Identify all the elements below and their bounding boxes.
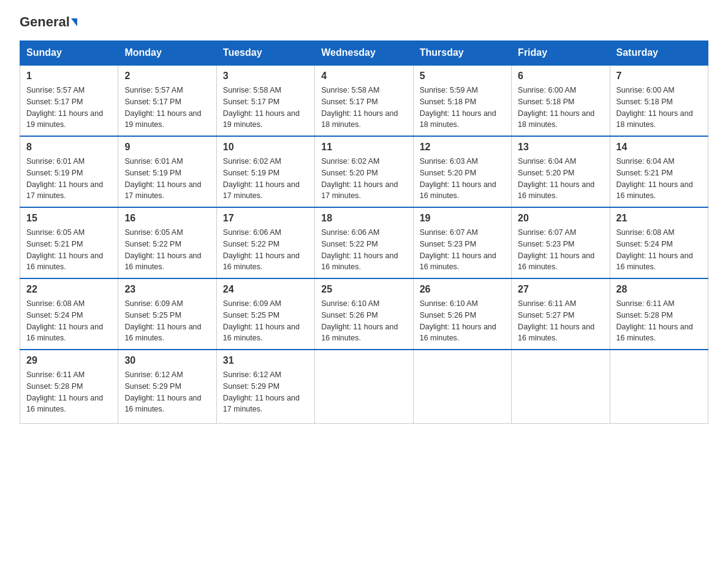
calendar-week-row: 15Sunrise: 6:05 AMSunset: 5:21 PMDayligh… — [20, 207, 708, 278]
page-header: General — [20, 15, 708, 29]
day-info: Sunrise: 6:05 AMSunset: 5:22 PMDaylight:… — [124, 227, 210, 273]
calendar-day-cell: 31Sunrise: 6:12 AMSunset: 5:29 PMDayligh… — [216, 350, 314, 423]
calendar-day-cell: 10Sunrise: 6:02 AMSunset: 5:19 PMDayligh… — [216, 136, 314, 207]
day-number: 5 — [420, 71, 505, 82]
day-number: 21 — [616, 213, 702, 224]
calendar-day-cell: 20Sunrise: 6:07 AMSunset: 5:23 PMDayligh… — [512, 207, 610, 278]
day-number: 30 — [124, 355, 210, 366]
calendar-day-cell: 26Sunrise: 6:10 AMSunset: 5:26 PMDayligh… — [413, 278, 511, 350]
weekday-header-tuesday: Tuesday — [216, 41, 314, 66]
day-info: Sunrise: 6:12 AMSunset: 5:29 PMDaylight:… — [124, 369, 210, 415]
calendar-day-cell: 30Sunrise: 6:12 AMSunset: 5:29 PMDayligh… — [118, 350, 216, 423]
calendar-day-cell: 27Sunrise: 6:11 AMSunset: 5:27 PMDayligh… — [512, 278, 610, 350]
logo: General — [20, 15, 77, 29]
calendar-day-cell: 1Sunrise: 5:57 AMSunset: 5:17 PMDaylight… — [20, 65, 118, 136]
day-info: Sunrise: 6:10 AMSunset: 5:26 PMDaylight:… — [420, 298, 505, 344]
day-info: Sunrise: 6:06 AMSunset: 5:22 PMDaylight:… — [223, 227, 308, 273]
day-info: Sunrise: 6:07 AMSunset: 5:23 PMDaylight:… — [518, 227, 603, 273]
weekday-header-friday: Friday — [512, 41, 610, 66]
calendar-day-cell: 3Sunrise: 5:58 AMSunset: 5:17 PMDaylight… — [216, 65, 314, 136]
day-info: Sunrise: 6:08 AMSunset: 5:24 PMDaylight:… — [26, 298, 112, 344]
calendar-day-cell: 29Sunrise: 6:11 AMSunset: 5:28 PMDayligh… — [20, 350, 118, 423]
calendar-day-cell: 6Sunrise: 6:00 AMSunset: 5:18 PMDaylight… — [512, 65, 610, 136]
calendar-day-cell: 23Sunrise: 6:09 AMSunset: 5:25 PMDayligh… — [118, 278, 216, 350]
day-info: Sunrise: 6:09 AMSunset: 5:25 PMDaylight:… — [124, 298, 210, 344]
day-number: 31 — [223, 355, 308, 366]
calendar-day-cell: 17Sunrise: 6:06 AMSunset: 5:22 PMDayligh… — [216, 207, 314, 278]
day-info: Sunrise: 6:00 AMSunset: 5:18 PMDaylight:… — [616, 85, 702, 131]
logo-arrow-icon — [71, 18, 77, 26]
day-info: Sunrise: 5:58 AMSunset: 5:17 PMDaylight:… — [321, 85, 406, 131]
day-number: 28 — [616, 284, 702, 295]
day-info: Sunrise: 6:07 AMSunset: 5:23 PMDaylight:… — [420, 227, 505, 273]
day-info: Sunrise: 6:00 AMSunset: 5:18 PMDaylight:… — [518, 85, 603, 131]
calendar-day-cell: 28Sunrise: 6:11 AMSunset: 5:28 PMDayligh… — [610, 278, 708, 350]
day-number: 15 — [26, 213, 112, 224]
calendar-empty-cell — [315, 350, 413, 423]
calendar-day-cell: 14Sunrise: 6:04 AMSunset: 5:21 PMDayligh… — [610, 136, 708, 207]
day-number: 12 — [420, 142, 505, 153]
calendar-week-row: 22Sunrise: 6:08 AMSunset: 5:24 PMDayligh… — [20, 278, 708, 350]
day-info: Sunrise: 6:09 AMSunset: 5:25 PMDaylight:… — [223, 298, 308, 344]
day-number: 11 — [321, 142, 406, 153]
day-number: 18 — [321, 213, 406, 224]
day-info: Sunrise: 6:01 AMSunset: 5:19 PMDaylight:… — [26, 156, 112, 202]
day-number: 10 — [223, 142, 308, 153]
weekday-header-row: SundayMondayTuesdayWednesdayThursdayFrid… — [20, 41, 708, 66]
calendar-day-cell: 21Sunrise: 6:08 AMSunset: 5:24 PMDayligh… — [610, 207, 708, 278]
day-info: Sunrise: 6:12 AMSunset: 5:29 PMDaylight:… — [223, 369, 308, 415]
day-info: Sunrise: 5:57 AMSunset: 5:17 PMDaylight:… — [124, 85, 210, 131]
day-info: Sunrise: 6:08 AMSunset: 5:24 PMDaylight:… — [616, 227, 702, 273]
calendar-empty-cell — [413, 350, 511, 423]
day-number: 25 — [321, 284, 406, 295]
calendar-empty-cell — [610, 350, 708, 423]
calendar-day-cell: 24Sunrise: 6:09 AMSunset: 5:25 PMDayligh… — [216, 278, 314, 350]
calendar-day-cell: 15Sunrise: 6:05 AMSunset: 5:21 PMDayligh… — [20, 207, 118, 278]
day-number: 2 — [124, 71, 210, 82]
calendar-day-cell: 12Sunrise: 6:03 AMSunset: 5:20 PMDayligh… — [413, 136, 511, 207]
calendar-day-cell: 25Sunrise: 6:10 AMSunset: 5:26 PMDayligh… — [315, 278, 413, 350]
calendar-day-cell: 13Sunrise: 6:04 AMSunset: 5:20 PMDayligh… — [512, 136, 610, 207]
day-info: Sunrise: 6:02 AMSunset: 5:20 PMDaylight:… — [321, 156, 406, 202]
day-number: 7 — [616, 71, 702, 82]
day-info: Sunrise: 6:06 AMSunset: 5:22 PMDaylight:… — [321, 227, 406, 273]
calendar-day-cell: 7Sunrise: 6:00 AMSunset: 5:18 PMDaylight… — [610, 65, 708, 136]
calendar-week-row: 1Sunrise: 5:57 AMSunset: 5:17 PMDaylight… — [20, 65, 708, 136]
day-number: 23 — [124, 284, 210, 295]
day-number: 22 — [26, 284, 112, 295]
day-info: Sunrise: 6:01 AMSunset: 5:19 PMDaylight:… — [124, 156, 210, 202]
calendar-day-cell: 19Sunrise: 6:07 AMSunset: 5:23 PMDayligh… — [413, 207, 511, 278]
day-number: 29 — [26, 355, 112, 366]
day-info: Sunrise: 5:59 AMSunset: 5:18 PMDaylight:… — [420, 85, 505, 131]
calendar-day-cell: 9Sunrise: 6:01 AMSunset: 5:19 PMDaylight… — [118, 136, 216, 207]
day-info: Sunrise: 6:03 AMSunset: 5:20 PMDaylight:… — [420, 156, 505, 202]
calendar-day-cell: 5Sunrise: 5:59 AMSunset: 5:18 PMDaylight… — [413, 65, 511, 136]
day-info: Sunrise: 6:11 AMSunset: 5:27 PMDaylight:… — [518, 298, 603, 344]
day-number: 24 — [223, 284, 308, 295]
day-info: Sunrise: 5:58 AMSunset: 5:17 PMDaylight:… — [223, 85, 308, 131]
calendar-empty-cell — [512, 350, 610, 423]
calendar-day-cell: 18Sunrise: 6:06 AMSunset: 5:22 PMDayligh… — [315, 207, 413, 278]
day-info: Sunrise: 6:11 AMSunset: 5:28 PMDaylight:… — [616, 298, 702, 344]
day-number: 20 — [518, 213, 603, 224]
calendar-day-cell: 16Sunrise: 6:05 AMSunset: 5:22 PMDayligh… — [118, 207, 216, 278]
weekday-header-sunday: Sunday — [20, 41, 118, 66]
day-number: 4 — [321, 71, 406, 82]
day-info: Sunrise: 6:11 AMSunset: 5:28 PMDaylight:… — [26, 369, 112, 415]
calendar-week-row: 8Sunrise: 6:01 AMSunset: 5:19 PMDaylight… — [20, 136, 708, 207]
day-number: 16 — [124, 213, 210, 224]
calendar-day-cell: 4Sunrise: 5:58 AMSunset: 5:17 PMDaylight… — [315, 65, 413, 136]
weekday-header-wednesday: Wednesday — [315, 41, 413, 66]
day-number: 13 — [518, 142, 603, 153]
weekday-header-thursday: Thursday — [413, 41, 511, 66]
day-info: Sunrise: 6:02 AMSunset: 5:19 PMDaylight:… — [223, 156, 308, 202]
day-number: 26 — [420, 284, 505, 295]
calendar-day-cell: 2Sunrise: 5:57 AMSunset: 5:17 PMDaylight… — [118, 65, 216, 136]
day-number: 17 — [223, 213, 308, 224]
day-number: 9 — [124, 142, 210, 153]
calendar-day-cell: 11Sunrise: 6:02 AMSunset: 5:20 PMDayligh… — [315, 136, 413, 207]
day-info: Sunrise: 6:04 AMSunset: 5:21 PMDaylight:… — [616, 156, 702, 202]
day-number: 14 — [616, 142, 702, 153]
day-info: Sunrise: 5:57 AMSunset: 5:17 PMDaylight:… — [26, 85, 112, 131]
logo-text-general: General — [20, 15, 70, 29]
